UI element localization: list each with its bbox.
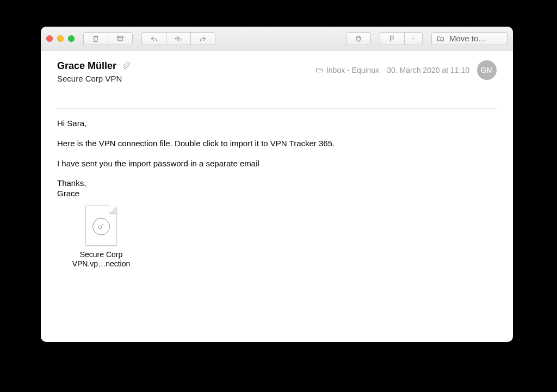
move-to-folder-icon [436,34,445,43]
flag-icon [388,34,397,43]
attachment-icon [122,62,130,70]
message-date: 30. March 2020 at 11:10 [387,66,469,74]
reply-group [141,32,215,45]
flag-button[interactable] [380,32,404,45]
reply-icon [150,34,158,43]
folder-icon [315,66,323,74]
folder-chip[interactable]: Inbox - Equinux [315,66,379,74]
forward-icon [199,34,207,43]
titlebar: Move to… [41,27,513,51]
close-window-button[interactable] [46,35,53,42]
move-to-button[interactable]: Move to… [431,32,508,45]
body-line-2: I have sent you the import password in a… [57,159,497,169]
move-to-label: Move to… [449,34,486,43]
reply-all-button[interactable] [166,32,190,45]
avatar: GM [477,60,497,80]
header-meta: Inbox - Equinux 30. March 2020 at 11:10 … [315,60,497,80]
attachment-file-icon [85,206,117,246]
svg-rect-1 [356,38,361,40]
zoom-window-button[interactable] [68,35,75,42]
folder-label: Inbox - Equinux [326,66,379,74]
print-button[interactable] [346,32,371,45]
body-line-1: Here is the VPN connection file. Double … [57,139,497,149]
svg-point-2 [98,226,101,228]
minimize-window-button[interactable] [57,35,64,42]
sig-name: Grace [57,189,497,199]
attachment[interactable]: Secure Corp VPN.vp…nection [60,206,142,269]
trash-icon [91,34,100,43]
message-header: Grace Müller Secure Corp VPN Inbox - Equ… [41,51,513,92]
from-name: Grace Müller [57,60,116,72]
chevron-down-icon [411,36,416,41]
attachment-filename: Secure Corp VPN.vp…nection [60,250,142,269]
reply-all-icon [174,34,183,43]
sig-thanks: Thanks, [57,178,497,189]
signature: Thanks, Grace [57,178,497,199]
delete-group [83,32,133,45]
window-controls [46,35,75,42]
flag-group [380,32,423,45]
body-greeting: Hi Sara, [57,119,497,129]
archive-icon [116,34,125,43]
svg-rect-0 [117,36,123,38]
printer-icon [354,34,363,43]
forward-button[interactable] [190,32,215,45]
key-icon [92,217,110,235]
archive-button[interactable] [108,32,133,45]
message-body: Hi Sara, Here is the VPN connection file… [41,109,513,279]
mail-message-window: Move to… Grace Müller Secure Corp VPN In… [41,27,513,342]
flag-menu-button[interactable] [404,32,423,45]
reply-button[interactable] [141,32,166,45]
delete-button[interactable] [83,32,108,45]
